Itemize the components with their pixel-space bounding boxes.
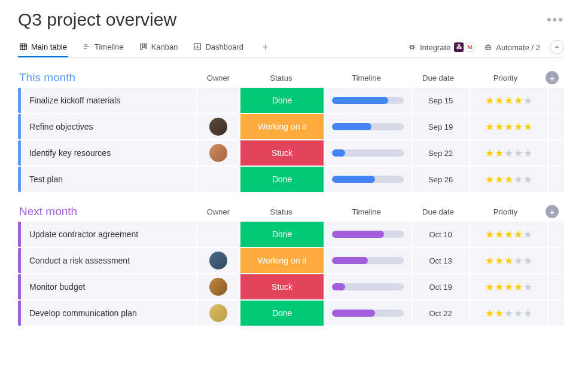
item-name-cell[interactable]: Identify key resources — [22, 140, 196, 166]
timeline-fill — [332, 231, 383, 238]
more-menu-button[interactable]: ••• — [547, 12, 564, 27]
row-trailing-cell[interactable] — [549, 114, 564, 139]
tab-timeline[interactable]: Timeline — [81, 38, 125, 57]
due-date-cell[interactable]: Oct 10 — [412, 222, 468, 247]
item-name-cell[interactable]: Conduct a risk assessment — [22, 248, 196, 273]
priority-cell[interactable]: ★★★★★ — [470, 248, 547, 273]
priority-cell[interactable]: ★★★★★ — [470, 88, 547, 113]
column-header-priority[interactable]: Priority — [467, 74, 544, 82]
owner-cell[interactable] — [197, 114, 239, 139]
item-name-cell[interactable]: Refine objectives — [22, 114, 196, 139]
tab-main-table[interactable]: Main table — [18, 38, 68, 57]
status-cell[interactable]: Done — [240, 222, 324, 247]
column-header-priority[interactable]: Priority — [467, 207, 544, 216]
priority-cell[interactable]: ★★★★★ — [470, 274, 547, 299]
avatar[interactable] — [209, 144, 227, 162]
timeline-cell[interactable] — [325, 222, 411, 247]
owner-cell[interactable] — [197, 88, 239, 113]
row-trailing-cell[interactable] — [549, 274, 564, 299]
item-name-cell[interactable]: Test plan — [22, 167, 196, 192]
timeline-cell[interactable] — [325, 140, 411, 166]
row-trailing-cell[interactable] — [549, 88, 564, 113]
table-row[interactable]: Conduct a risk assessmentWorking on itOc… — [18, 248, 564, 273]
integrate-button[interactable]: Integrate ⁂ M — [408, 42, 474, 52]
status-cell[interactable]: Done — [240, 88, 324, 113]
timeline-cell[interactable] — [325, 301, 411, 326]
table-row[interactable]: Finalize kickoff materialsDoneSep 15★★★★… — [18, 88, 564, 113]
priority-cell[interactable]: ★★★★★ — [470, 140, 547, 166]
priority-cell[interactable]: ★★★★★ — [470, 222, 547, 247]
priority-cell[interactable]: ★★★★★ — [470, 167, 547, 192]
automate-button[interactable]: Automate / 2 — [484, 43, 540, 52]
table-row[interactable]: Test planDoneSep 26★★★★★ — [18, 167, 564, 192]
status-cell[interactable]: Done — [240, 301, 324, 326]
status-cell[interactable]: Working on it — [240, 114, 324, 139]
avatar[interactable] — [209, 252, 227, 270]
item-name-cell[interactable]: Monitor budget — [22, 274, 196, 299]
row-trailing-cell[interactable] — [549, 222, 564, 247]
tab-dashboard[interactable]: Dashboard — [192, 38, 245, 57]
owner-cell[interactable] — [197, 140, 239, 166]
item-name-cell[interactable]: Develop communication plan — [22, 301, 196, 326]
table-row[interactable]: Monitor budgetStuckOct 19★★★★★ — [18, 274, 564, 299]
timeline-cell[interactable] — [325, 274, 411, 299]
table-row[interactable]: Identify key resourcesStuckSep 22★★★★★ — [18, 140, 564, 166]
timeline-cell[interactable] — [325, 248, 411, 273]
add-column-button[interactable]: + — [546, 205, 559, 218]
due-date-cell[interactable]: Oct 19 — [412, 274, 468, 299]
group-title-this_month[interactable]: This month — [18, 71, 197, 84]
collapse-button[interactable] — [550, 40, 564, 54]
column-header-timeline[interactable]: Timeline — [323, 207, 410, 216]
column-header-due-date[interactable]: Due date — [410, 207, 467, 216]
priority-cell[interactable]: ★★★★★ — [470, 114, 547, 139]
timeline-track — [332, 176, 404, 183]
owner-cell[interactable] — [197, 248, 239, 273]
owner-cell[interactable] — [197, 167, 239, 192]
timeline-cell[interactable] — [325, 88, 411, 113]
status-cell[interactable]: Done — [240, 167, 324, 192]
item-name-cell[interactable]: Update contractor agreement — [22, 222, 196, 247]
due-date-cell[interactable]: Oct 13 — [412, 248, 468, 273]
add-column-button[interactable]: + — [546, 71, 559, 84]
integration-badges: ⁂ M — [454, 42, 474, 52]
tab-kanban[interactable]: Kanban — [138, 38, 179, 57]
due-date-cell[interactable]: Sep 15 — [412, 88, 468, 113]
row-trailing-cell[interactable] — [549, 167, 564, 192]
timeline-cell[interactable] — [325, 167, 411, 192]
due-date-cell[interactable]: Sep 22 — [412, 140, 468, 166]
row-trailing-cell[interactable] — [549, 140, 564, 166]
group-accent — [18, 274, 21, 299]
group-accent — [18, 114, 21, 139]
avatar[interactable] — [209, 278, 227, 296]
owner-cell[interactable] — [197, 222, 239, 247]
avatar[interactable] — [209, 118, 227, 136]
avatar[interactable] — [209, 304, 227, 322]
priority-cell[interactable]: ★★★★★ — [470, 301, 547, 326]
column-header-timeline[interactable]: Timeline — [323, 74, 410, 82]
row-trailing-cell[interactable] — [549, 248, 564, 273]
add-view-button[interactable]: + — [258, 37, 273, 57]
group-title-next_month[interactable]: Next month — [18, 205, 197, 218]
svg-point-8 — [489, 47, 489, 48]
table-row[interactable]: Update contractor agreementDoneOct 10★★★… — [18, 222, 564, 247]
timeline-cell[interactable] — [325, 114, 411, 139]
due-date-cell[interactable]: Oct 22 — [412, 301, 468, 326]
column-header-owner[interactable]: Owner — [197, 74, 239, 82]
table-row[interactable]: Develop communication planDoneOct 22★★★★… — [18, 301, 564, 326]
column-header-status[interactable]: Status — [239, 207, 323, 216]
svg-rect-3 — [145, 44, 147, 48]
status-cell[interactable]: Stuck — [240, 140, 324, 166]
status-cell[interactable]: Working on it — [240, 248, 324, 273]
due-date-cell[interactable]: Sep 26 — [412, 167, 468, 192]
table-row[interactable]: Refine objectivesWorking on itSep 19★★★★… — [18, 114, 564, 139]
timeline-fill — [332, 97, 388, 104]
owner-cell[interactable] — [197, 274, 239, 299]
row-trailing-cell[interactable] — [549, 301, 564, 326]
owner-cell[interactable] — [197, 301, 239, 326]
due-date-cell[interactable]: Sep 19 — [412, 114, 468, 139]
item-name-cell[interactable]: Finalize kickoff materials — [22, 88, 196, 113]
column-header-status[interactable]: Status — [239, 74, 323, 82]
status-cell[interactable]: Stuck — [240, 274, 324, 299]
column-header-due-date[interactable]: Due date — [410, 74, 467, 82]
column-header-owner[interactable]: Owner — [197, 207, 239, 216]
